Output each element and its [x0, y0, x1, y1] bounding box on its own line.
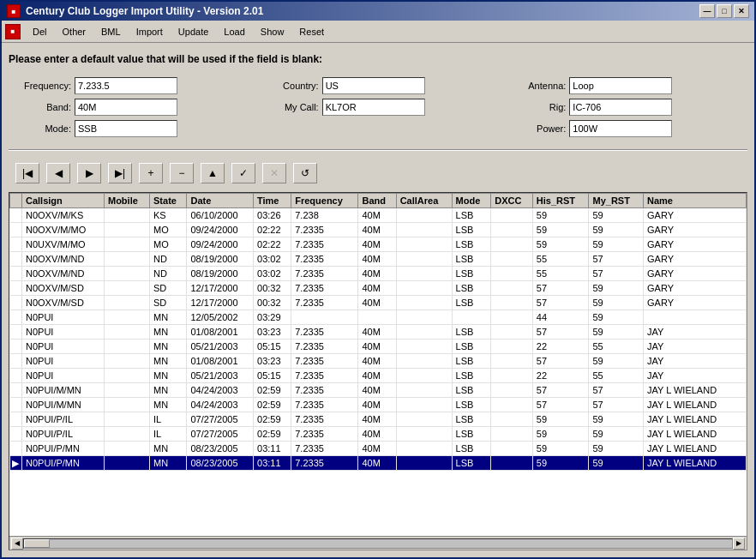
table-cell — [104, 310, 149, 325]
menu-app-icon[interactable]: ■ — [5, 24, 21, 39]
table-wrapper[interactable]: Callsign Mobile State Date Time Frequenc… — [9, 193, 747, 536]
table-cell — [644, 310, 747, 325]
prev-button[interactable]: ◀ — [46, 163, 70, 183]
table-row[interactable]: N0PUIMN05/21/200305:157.233540MLSB2255JA… — [10, 340, 747, 354]
form-row-antenna: Antenna: — [510, 77, 741, 94]
table-cell: MN — [150, 456, 187, 471]
table-cell: MN — [150, 340, 187, 354]
table-cell: 03:23 — [254, 354, 291, 369]
table-cell — [491, 252, 533, 267]
main-window: ■ Century Club Logger Import Utility - V… — [0, 0, 756, 559]
table-cell — [452, 310, 491, 325]
menu-update[interactable]: Update — [171, 25, 215, 39]
next-button[interactable]: ▶ — [77, 163, 101, 183]
table-cell: 04/24/2003 — [187, 383, 254, 398]
table-cell: N0PUI — [22, 340, 105, 354]
remove-button[interactable]: − — [170, 163, 194, 183]
menu-load[interactable]: Load — [217, 25, 251, 39]
table-cell: LSB — [452, 427, 491, 442]
table-row[interactable]: N0PUIMN01/08/200103:237.233540MLSB5759JA… — [10, 325, 747, 340]
table-row[interactable]: N0UXV/M/MOMO09/24/200002:227.233540MLSB5… — [10, 237, 747, 252]
table-cell: SD — [150, 296, 187, 310]
menu-reset[interactable]: Reset — [292, 25, 331, 39]
menu-del[interactable]: Del — [26, 25, 54, 39]
title-bar: ■ Century Club Logger Import Utility - V… — [2, 2, 754, 21]
table-cell: N0PUI — [22, 310, 105, 325]
table-cell — [10, 325, 22, 340]
table-container: Callsign Mobile State Date Time Frequenc… — [9, 192, 747, 550]
table-cell: 02:22 — [254, 237, 291, 252]
frequency-input[interactable] — [75, 77, 177, 94]
table-cell: LSB — [452, 340, 491, 354]
table-row[interactable]: N0PUI/P/ILIL07/27/200502:597.233540MLSB5… — [10, 412, 747, 427]
mycall-input[interactable] — [322, 99, 425, 116]
menu-show[interactable]: Show — [254, 25, 291, 39]
table-cell — [104, 383, 149, 398]
menu-bml[interactable]: BML — [94, 25, 128, 39]
table-row[interactable]: N0PUIMN05/21/200305:157.233540MLSB2255JA… — [10, 369, 747, 383]
table-row[interactable]: N0PUI/M/MNMN04/24/200302:597.233540MLSB5… — [10, 398, 747, 412]
form-row-country: Country: — [263, 77, 494, 94]
country-input[interactable] — [322, 77, 425, 94]
table-row[interactable]: N0OXV/M/MOMO09/24/200002:227.233540MLSB5… — [10, 223, 747, 237]
table-row[interactable]: ▶N0PUI/P/MNMN08/23/200503:117.233540MLSB… — [10, 456, 747, 471]
table-cell: 40M — [358, 223, 396, 237]
table-row[interactable]: N0OXV/M/SDSD12/17/200000:327.233540MLSB5… — [10, 296, 747, 310]
menu-other[interactable]: Other — [56, 25, 93, 39]
scrollbar-thumb[interactable] — [24, 539, 50, 548]
col-mobile: Mobile — [104, 194, 149, 208]
table-row[interactable]: N0PUI/M/MNMN04/24/200302:597.233540MLSB5… — [10, 383, 747, 398]
menu-import[interactable]: Import — [129, 25, 170, 39]
table-cell — [396, 281, 452, 296]
power-input[interactable] — [569, 120, 672, 137]
table-cell: 22 — [532, 340, 589, 354]
table-cell: 08/19/2000 — [187, 267, 254, 281]
cancel-button[interactable]: ✕ — [262, 163, 286, 183]
mode-input[interactable] — [75, 120, 177, 137]
table-cell: JAY L WIELAND — [644, 412, 747, 427]
antenna-input[interactable] — [569, 77, 672, 94]
scroll-left-arrow[interactable]: ◀ — [11, 538, 23, 550]
check-button[interactable]: ✓ — [231, 163, 255, 183]
table-cell: JAY L WIELAND — [644, 398, 747, 412]
up-button[interactable]: ▲ — [201, 163, 225, 183]
close-button[interactable]: ✕ — [734, 4, 749, 18]
horizontal-scrollbar[interactable]: ◀ ▶ — [9, 536, 747, 550]
maximize-button[interactable]: □ — [717, 4, 732, 18]
table-cell: 59 — [589, 456, 644, 471]
table-row[interactable]: N0OXV/M/NDND08/19/200003:027.233540MLSB5… — [10, 267, 747, 281]
table-row[interactable]: N0OXV/M/KSKS06/10/200003:267.23840MLSB59… — [10, 208, 747, 223]
table-cell — [396, 340, 452, 354]
table-row[interactable]: N0PUIMN12/05/200203:294459 — [10, 310, 747, 325]
table-cell: 40M — [358, 325, 396, 340]
table-cell: 44 — [532, 310, 589, 325]
table-cell: GARY — [644, 208, 747, 223]
first-button[interactable]: |◀ — [15, 163, 39, 183]
last-button[interactable]: ▶| — [108, 163, 132, 183]
scroll-right-arrow[interactable]: ▶ — [733, 538, 745, 550]
add-button[interactable]: + — [139, 163, 163, 183]
form-col-3: Antenna: Rig: Power: — [510, 77, 741, 137]
refresh-button[interactable]: ↺ — [293, 163, 317, 183]
app-icon: ■ — [7, 4, 21, 18]
table-cell: 59 — [589, 281, 644, 296]
table-row[interactable]: N0OXV/M/SDSD12/17/200000:327.233540MLSB5… — [10, 281, 747, 296]
table-cell: 02:22 — [254, 223, 291, 237]
table-cell: 59 — [532, 237, 589, 252]
table-cell: GARY — [644, 237, 747, 252]
col-his-rst: His_RST — [532, 194, 589, 208]
table-row[interactable]: N0PUI/P/MNMN08/23/200503:117.233540MLSB5… — [10, 442, 747, 456]
table-cell: 03:23 — [254, 325, 291, 340]
table-cell — [104, 340, 149, 354]
table-cell: LSB — [452, 412, 491, 427]
scrollbar-track[interactable] — [23, 538, 733, 549]
table-row[interactable]: N0OXV/M/NDND08/19/200003:027.233540MLSB5… — [10, 252, 747, 267]
table-cell: 03:02 — [254, 267, 291, 281]
rig-input[interactable] — [569, 99, 672, 116]
table-cell: 59 — [589, 412, 644, 427]
table-row[interactable]: N0PUI/P/ILIL07/27/200502:597.233540MLSB5… — [10, 427, 747, 442]
table-cell — [491, 310, 533, 325]
minimize-button[interactable]: — — [699, 4, 715, 18]
table-row[interactable]: N0PUIMN01/08/200103:237.233540MLSB5759JA… — [10, 354, 747, 369]
band-input[interactable] — [75, 99, 177, 116]
